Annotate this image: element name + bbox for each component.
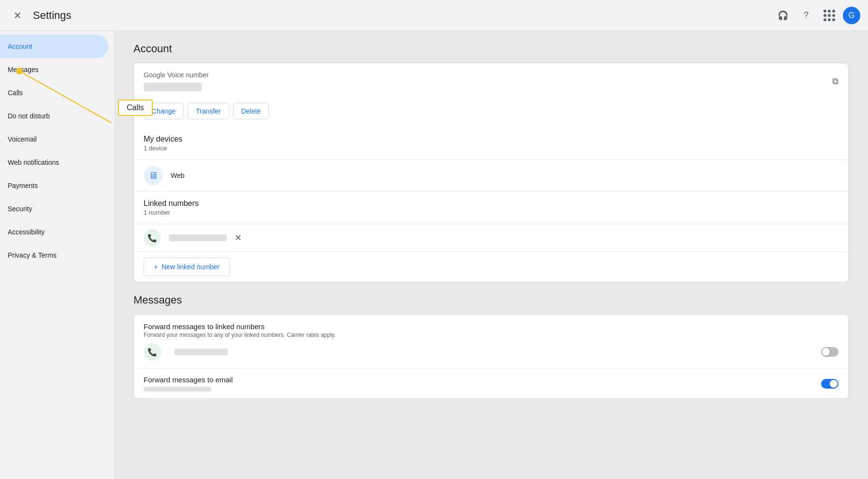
gv-number-value <box>144 83 202 91</box>
headset-button[interactable]: 🎧 <box>773 6 793 25</box>
delete-button[interactable]: Delete <box>233 103 269 119</box>
monitor-icon: 🖥 <box>144 166 163 185</box>
messages-card: Forward messages to linked numbers Forwa… <box>133 314 849 399</box>
forward-linked-number-row: 📞 <box>144 343 839 361</box>
linked-numbers-title: Linked numbers <box>144 199 839 208</box>
my-devices-title: My devices <box>144 135 839 144</box>
device-web: 🖥 Web <box>134 160 848 191</box>
sidebar-item-security[interactable]: Security <box>0 197 108 220</box>
phone-icon: 📞 <box>144 229 161 247</box>
sidebar-item-web-notifications[interactable]: Web notifications <box>0 151 108 174</box>
layout: Account Messages Calls Do not disturb Vo… <box>0 31 868 479</box>
account-section-title: Account <box>133 43 849 55</box>
sidebar-item-calls[interactable]: Calls <box>0 81 108 104</box>
copy-button[interactable]: ⧉ <box>832 76 839 87</box>
topbar: ✕ Settings 🎧 ? G <box>0 0 868 31</box>
sidebar-item-accessibility[interactable]: Accessibility <box>0 220 108 244</box>
apps-button[interactable] <box>820 6 839 25</box>
my-devices-section: My devices 1 device <box>134 127 848 160</box>
headset-icon: 🎧 <box>778 10 788 21</box>
grid-icon <box>824 10 835 21</box>
close-button[interactable]: ✕ <box>8 6 27 25</box>
forward-linked-subtitle: Forward your messages to any of your lin… <box>144 332 839 338</box>
account-card: Google Voice number ⧉ Change Transfer De… <box>133 63 849 282</box>
close-icon: ✕ <box>14 10 22 21</box>
linked-number-value <box>169 234 227 241</box>
user-avatar[interactable]: G <box>843 7 860 24</box>
forward-email-info: Forward messages to email <box>144 376 233 392</box>
help-icon: ? <box>804 10 809 20</box>
topbar-icons: 🎧 ? G <box>773 6 860 25</box>
messages-section-title: Messages <box>133 294 849 306</box>
forward-linked-left: 📞 <box>144 343 228 361</box>
forward-phone-number <box>175 348 228 355</box>
transfer-button[interactable]: Transfer <box>188 103 229 119</box>
change-button[interactable]: Change <box>144 103 184 119</box>
sidebar-item-messages[interactable]: Messages <box>0 58 108 81</box>
linked-number-item: 📞 ✕ <box>134 224 848 252</box>
sidebar-item-payments[interactable]: Payments <box>0 174 108 197</box>
linked-numbers-count: 1 number <box>144 209 839 216</box>
gv-number-label: Google Voice number <box>144 71 209 79</box>
forward-linked-row: Forward messages to linked numbers Forwa… <box>134 315 848 369</box>
forward-linked-title: Forward messages to linked numbers <box>144 322 839 331</box>
forward-email-value <box>144 387 211 392</box>
page-title: Settings <box>33 9 773 22</box>
google-voice-number-row: Google Voice number ⧉ <box>134 63 848 99</box>
toggle-knob <box>822 348 830 356</box>
forward-email-row: Forward messages to email <box>134 369 848 398</box>
linked-numbers-section: Linked numbers 1 number <box>134 191 848 224</box>
sidebar-item-do-not-disturb[interactable]: Do not disturb <box>0 104 108 128</box>
gv-number-actions: Change Transfer Delete <box>134 99 848 127</box>
forward-email-title: Forward messages to email <box>144 376 233 384</box>
new-linked-number-button[interactable]: + New linked number <box>144 258 230 276</box>
device-web-name: Web <box>171 172 185 179</box>
sidebar-item-privacy-terms[interactable]: Privacy & Terms <box>0 244 108 267</box>
main-content: Account Google Voice number ⧉ Change Tra… <box>114 31 868 479</box>
remove-linked-number-button[interactable]: ✕ <box>235 232 242 243</box>
help-button[interactable]: ? <box>796 6 816 25</box>
sidebar: Account Messages Calls Do not disturb Vo… <box>0 31 114 479</box>
forward-linked-toggle[interactable] <box>821 347 839 357</box>
sidebar-item-account[interactable]: Account <box>0 35 108 58</box>
plus-icon: + <box>154 263 158 271</box>
gv-number-info: Google Voice number <box>144 71 209 91</box>
forward-phone-icon: 📞 <box>144 343 161 361</box>
toggle-knob-email <box>830 380 838 388</box>
sidebar-item-voicemail[interactable]: Voicemail <box>0 128 108 151</box>
my-devices-count: 1 device <box>144 145 839 152</box>
forward-email-toggle[interactable] <box>821 379 839 389</box>
